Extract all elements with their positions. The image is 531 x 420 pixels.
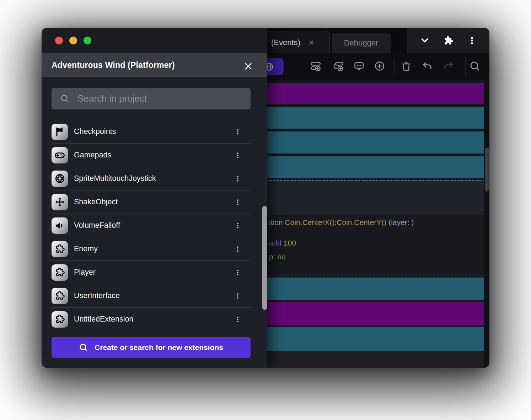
joystick-icon: [52, 171, 68, 187]
extension-name: Gamepads: [74, 151, 111, 160]
extension-name: Enemy: [74, 244, 98, 253]
kebab-menu-icon[interactable]: [234, 198, 241, 206]
extension-name: Player: [74, 268, 96, 277]
extension-name: VolumeFalloff: [74, 221, 120, 230]
zoom-window-button[interactable]: [84, 37, 91, 44]
event-row-purple[interactable]: [267, 302, 484, 325]
search-icon[interactable]: [469, 60, 481, 72]
event-actions-area: ition Coin.CenterX();Coin.CenterY() (lay…: [267, 215, 484, 275]
kebab-menu-icon[interactable]: [234, 245, 241, 253]
drawer-scrollbar-thumb[interactable]: [262, 206, 267, 310]
extension-name: Checkpoints: [74, 127, 116, 136]
undo-icon[interactable]: [421, 60, 433, 72]
extension-row[interactable]: VolumeFalloff: [52, 214, 251, 237]
kebab-menu-icon[interactable]: [234, 151, 241, 160]
event-action-add-line: add 100: [269, 238, 296, 248]
tab-debugger[interactable]: Debugger: [332, 33, 391, 53]
toolbar-divider: [395, 58, 395, 75]
extension-row[interactable]: UntitledExtension: [52, 307, 251, 331]
move-arrows-icon: [52, 194, 68, 210]
event-row-teal[interactable]: [267, 131, 484, 154]
kebab-menu-icon[interactable]: [234, 221, 241, 230]
event-row-purple[interactable]: [267, 83, 484, 104]
close-icon[interactable]: [243, 61, 253, 71]
search-icon: [60, 94, 70, 103]
kebab-menu-icon[interactable]: [234, 174, 241, 183]
search-input[interactable]: Search in project: [52, 88, 251, 109]
speaker-icon: [52, 217, 68, 234]
kebab-menu-icon[interactable]: [466, 34, 478, 47]
event-row-teal[interactable]: [267, 156, 484, 178]
event-row-teal[interactable]: [267, 278, 484, 300]
window-controls: [407, 28, 489, 53]
extension-name: UserInterface: [74, 291, 120, 300]
search-icon: [79, 343, 88, 352]
project-title: Adventurous Wind (Platformer): [52, 60, 175, 70]
tab-events-label: (Events): [271, 38, 300, 47]
search-placeholder: Search in project: [77, 93, 147, 104]
event-action-position-line: ition Coin.CenterX();Coin.CenterY() (lay…: [269, 217, 414, 227]
extension-row[interactable]: Player: [52, 260, 251, 284]
kebab-menu-icon[interactable]: [234, 128, 241, 136]
extension-row[interactable]: ShakeObject: [52, 190, 251, 214]
events-scrollbar-track[interactable]: [484, 80, 489, 368]
gamepad-icon: [52, 147, 68, 163]
create-extension-button[interactable]: Create or search for new extensions: [52, 337, 251, 358]
project-manager-drawer: Adventurous Wind (Platformer) Search in …: [42, 28, 267, 368]
events-scrollbar-thumb[interactable]: [485, 147, 489, 192]
puzzle-outline-icon: [52, 241, 68, 257]
extension-row[interactable]: Checkpoints: [52, 120, 251, 143]
traffic-lights: [55, 37, 91, 44]
add-comment-icon[interactable]: [353, 60, 365, 72]
extension-row[interactable]: Enemy: [52, 237, 251, 260]
chevron-down-icon[interactable]: [419, 34, 431, 47]
drawer-titlebar: [42, 28, 267, 53]
puzzle-outline-icon: [52, 288, 68, 304]
redo-icon[interactable]: [442, 60, 455, 72]
add-subevent-icon[interactable]: [332, 60, 344, 72]
add-event-icon[interactable]: [310, 60, 322, 72]
flag-icon: [52, 124, 68, 140]
event-row-teal[interactable]: [267, 327, 484, 351]
tab-events[interactable]: (Events): [265, 31, 330, 54]
extension-name: SpriteMultitouchJoystick: [74, 174, 156, 183]
toolbar-divider: [465, 58, 466, 75]
trash-icon[interactable]: [400, 60, 412, 72]
extension-row[interactable]: SpriteMultitouchJoystick: [52, 167, 251, 190]
extension-row[interactable]: Gamepads: [52, 143, 251, 167]
tab-debugger-label: Debugger: [344, 38, 379, 48]
extensions-puzzle-icon[interactable]: [442, 34, 454, 47]
kebab-menu-icon[interactable]: [234, 292, 241, 300]
kebab-menu-icon[interactable]: [234, 268, 241, 277]
events-rows: ition Coin.CenterX();Coin.CenterY() (lay…: [267, 80, 484, 368]
drawer-header: Adventurous Wind (Platformer): [42, 53, 267, 77]
extension-row[interactable]: UserInterface: [52, 284, 251, 307]
app-window: (Events) Debugger: [42, 28, 489, 368]
close-icon[interactable]: [308, 39, 315, 46]
close-window-button[interactable]: [55, 37, 63, 44]
add-circle-icon[interactable]: [374, 60, 386, 72]
event-row-teal[interactable]: [267, 107, 484, 129]
kebab-menu-icon[interactable]: [234, 315, 241, 324]
extension-name: UntitledExtension: [74, 315, 133, 324]
selected-event-block[interactable]: ition Coin.CenterX();Coin.CenterY() (lay…: [266, 180, 485, 275]
extension-name: ShakeObject: [74, 198, 118, 206]
puzzle-outline-icon: [52, 311, 68, 328]
minimize-window-button[interactable]: [69, 37, 77, 44]
event-action-loop-line: p: no: [269, 252, 286, 262]
puzzle-outline-icon: [52, 264, 68, 281]
create-extension-button-label: Create or search for new extensions: [95, 343, 223, 352]
